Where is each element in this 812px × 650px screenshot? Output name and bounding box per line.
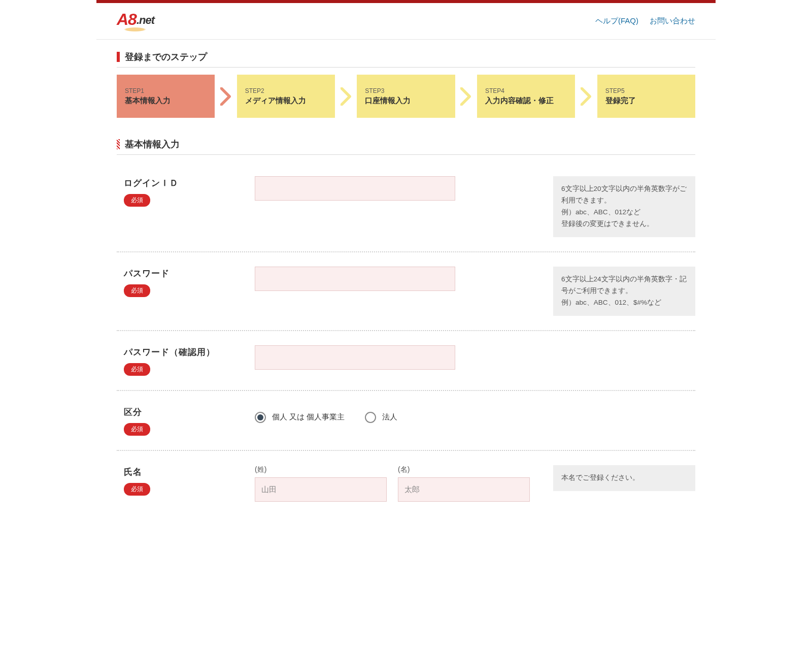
chevron-right-icon [455,87,477,106]
section-title-bar [117,52,120,62]
step-2: STEP2 メディア情報入力 [237,75,335,118]
step-label: 口座情報入力 [365,96,447,106]
radio-icon [255,412,266,423]
contact-link[interactable]: お問い合わせ [650,16,695,26]
row-name: 氏名 必須 (姓) (名) 本名でご登録ください。 [117,451,695,516]
help-line: 6文字以上20文字以内の半角英数字がご利用できます。 [561,183,687,207]
step-label: メディア情報入力 [245,96,327,106]
login-id-input[interactable] [255,176,455,201]
label-password-confirm: パスワード（確認用） [124,346,255,358]
required-badge: 必須 [124,483,150,496]
radio-label: 個人 又は 個人事業主 [272,412,345,422]
help-name: 本名でご登録ください。 [553,465,695,491]
help-line: 例）abc、ABC、012、$#%など [561,297,687,309]
row-password-confirm: パスワード（確認用） 必須 [117,331,695,391]
name-inputs: (姓) (名) [255,465,539,502]
row-category: 区分 必須 個人 又は 個人事業主 法人 [117,391,695,451]
page-header: A8.net ヘルプ(FAQ) お問い合わせ [96,3,716,40]
row-password: パスワード 必須 6文字以上24文字以内の半角英数字・記号がご利用できます。 例… [117,252,695,331]
chevron-right-icon [215,87,236,106]
step-indicator: STEP1 基本情報入力 STEP2 メディア情報入力 STEP3 口座情報入力 [117,75,695,118]
chevron-right-icon [335,87,357,106]
radio-individual[interactable]: 個人 又は 個人事業主 [255,412,345,423]
section-title-form: 基本情報入力 [117,138,695,155]
section-title-steps: 登録までのステップ [117,51,695,68]
help-password: 6文字以上24文字以内の半角英数字・記号がご利用できます。 例）abc、ABC、… [553,267,695,316]
help-line: 例）abc、ABC、012など [561,207,687,218]
row-login-id: ログインＩＤ 必須 6文字以上20文字以内の半角英数字がご利用できます。 例）a… [117,162,695,252]
logo[interactable]: A8.net [117,10,154,32]
radio-corporation[interactable]: 法人 [365,412,397,423]
section-title-text: 基本情報入力 [125,138,180,150]
required-badge: 必須 [124,284,150,297]
step-label: 入力内容確認・修正 [485,96,567,106]
header-nav: ヘルプ(FAQ) お問い合わせ [595,16,695,26]
password-input[interactable] [255,267,455,291]
required-badge: 必須 [124,194,150,207]
step-label: 登録完了 [605,96,687,106]
label-password: パスワード [124,268,255,279]
password-confirm-input[interactable] [255,345,455,370]
help-line: 登録後の変更はできません。 [561,218,687,230]
step-num: STEP4 [485,87,567,94]
first-name-input[interactable] [398,477,530,502]
step-1: STEP1 基本情報入力 [117,75,215,118]
step-num: STEP5 [605,87,687,94]
label-login-id: ログインＩＤ [124,177,255,189]
chevron-right-icon [575,87,597,106]
step-5: STEP5 登録完了 [597,75,695,118]
category-radio-group: 個人 又は 個人事業主 法人 [255,405,539,430]
label-category: 区分 [124,406,255,418]
step-num: STEP3 [365,87,447,94]
help-login-id: 6文字以上20文字以内の半角英数字がご利用できます。 例）abc、ABC、012… [553,176,695,237]
step-num: STEP2 [245,87,327,94]
last-name-sublabel: (姓) [255,465,387,474]
help-line: 6文字以上24文字以内の半角英数字・記号がご利用できます。 [561,274,687,297]
label-name: 氏名 [124,466,255,478]
step-label: 基本情報入力 [125,96,207,106]
radio-icon [365,412,376,423]
first-name-sublabel: (名) [398,465,530,474]
section-title-bar [117,139,120,149]
help-line: 本名でご登録ください。 [561,472,687,484]
radio-label: 法人 [382,412,397,422]
logo-main: A8 [117,10,137,28]
required-badge: 必須 [124,363,150,376]
required-badge: 必須 [124,423,150,436]
faq-link[interactable]: ヘルプ(FAQ) [595,16,638,26]
last-name-input[interactable] [255,477,387,502]
step-4: STEP4 入力内容確認・修正 [477,75,575,118]
step-num: STEP1 [125,87,207,94]
section-title-text: 登録までのステップ [125,51,207,63]
logo-sub: .net [137,14,154,26]
step-3: STEP3 口座情報入力 [357,75,455,118]
